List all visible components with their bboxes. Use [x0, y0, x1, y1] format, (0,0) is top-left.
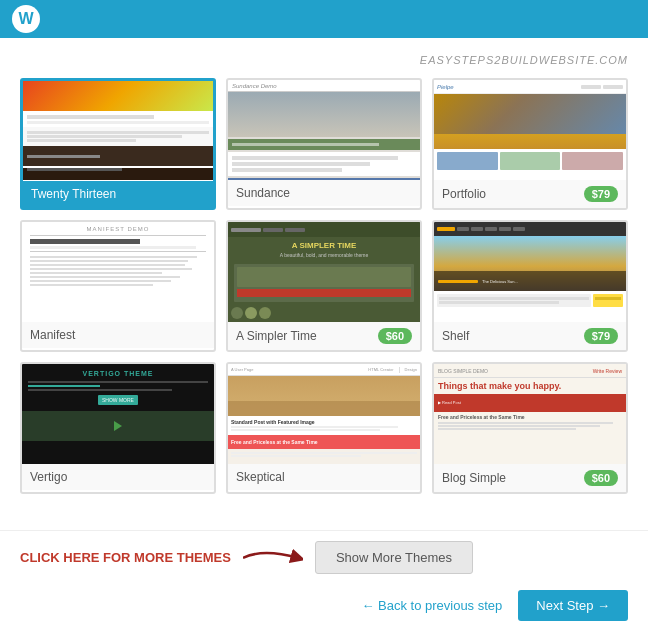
theme-name-sundance: Sundance [236, 186, 290, 200]
top-bar: W [0, 0, 648, 38]
next-step-button[interactable]: Next Step → [518, 590, 628, 621]
theme-thumbnail-portfolio: Pielpe [434, 80, 626, 180]
bottom-section: CLICK HERE FOR MORE THEMES Show More The… [0, 530, 648, 629]
theme-card-manifest[interactable]: MANIFEST DEMO Manifest [20, 220, 216, 352]
theme-card-blog-simple[interactable]: BLOG SIMPLE DEMO Write Review Things tha… [432, 362, 628, 494]
theme-price-a-simpler-time: $60 [378, 328, 412, 344]
theme-thumbnail-twenty-thirteen [23, 81, 213, 181]
show-more-button[interactable]: Show More Themes [315, 541, 473, 574]
theme-card-shelf[interactable]: The Delicious Sun... Shelf $79 [432, 220, 628, 352]
theme-card-twenty-thirteen[interactable]: Twenty Thirteen [20, 78, 216, 210]
theme-thumbnail-sundance: Sundance Demo Alaska Bay [228, 80, 420, 180]
theme-price-blog-simple: $60 [584, 470, 618, 486]
click-here-text: CLICK HERE FOR MORE THEMES [20, 550, 231, 566]
theme-label-twenty-thirteen: Twenty Thirteen [23, 181, 213, 207]
theme-price-portfolio: $79 [584, 186, 618, 202]
theme-name-twenty-thirteen: Twenty Thirteen [31, 187, 116, 201]
theme-price-shelf: $79 [584, 328, 618, 344]
theme-label-skeptical: Skeptical [228, 464, 420, 490]
theme-label-sundance: Sundance [228, 180, 420, 206]
theme-name-shelf: Shelf [442, 329, 469, 343]
theme-thumbnail-a-simpler-time: A SIMPLER TIME A beautiful, bold, and me… [228, 222, 420, 322]
theme-label-portfolio: Portfolio $79 [434, 180, 626, 208]
theme-grid: Twenty Thirteen Sundance Demo Alas [20, 78, 628, 494]
theme-name-blog-simple: Blog Simple [442, 471, 506, 485]
show-more-row: CLICK HERE FOR MORE THEMES Show More The… [20, 541, 628, 574]
nav-row: ← Back to previous step Next Step → [20, 590, 628, 621]
theme-thumbnail-manifest: MANIFEST DEMO [22, 222, 214, 322]
theme-label-blog-simple: Blog Simple $60 [434, 464, 626, 492]
theme-thumbnail-shelf: The Delicious Sun... [434, 222, 626, 322]
theme-label-a-simpler-time: A Simpler Time $60 [228, 322, 420, 350]
main-content: easysteps2buildwebsite.com [0, 38, 648, 530]
theme-thumbnail-skeptical: A User Page HTML Creator Design Standard… [228, 364, 420, 464]
theme-card-a-simpler-time[interactable]: A SIMPLER TIME A beautiful, bold, and me… [226, 220, 422, 352]
theme-label-manifest: Manifest [22, 322, 214, 348]
theme-card-portfolio[interactable]: Pielpe Portfolio $79 [432, 78, 628, 210]
arrow-icon [243, 543, 303, 573]
theme-card-vertigo[interactable]: VERTIGO THEME SHOW MORE Vertigo [20, 362, 216, 494]
watermark: easysteps2buildwebsite.com [20, 54, 628, 66]
theme-name-portfolio: Portfolio [442, 187, 486, 201]
theme-name-a-simpler-time: A Simpler Time [236, 329, 317, 343]
wordpress-logo: W [12, 5, 40, 33]
theme-label-vertigo: Vertigo [22, 464, 214, 490]
theme-thumbnail-vertigo: VERTIGO THEME SHOW MORE [22, 364, 214, 464]
theme-name-skeptical: Skeptical [236, 470, 285, 484]
theme-label-shelf: Shelf $79 [434, 322, 626, 350]
theme-card-skeptical[interactable]: A User Page HTML Creator Design Standard… [226, 362, 422, 494]
theme-card-sundance[interactable]: Sundance Demo Alaska Bay Sundance [226, 78, 422, 210]
theme-name-manifest: Manifest [30, 328, 75, 342]
theme-thumbnail-blog-simple: BLOG SIMPLE DEMO Write Review Things tha… [434, 364, 626, 464]
back-link[interactable]: ← Back to previous step [361, 598, 502, 613]
theme-name-vertigo: Vertigo [30, 470, 67, 484]
